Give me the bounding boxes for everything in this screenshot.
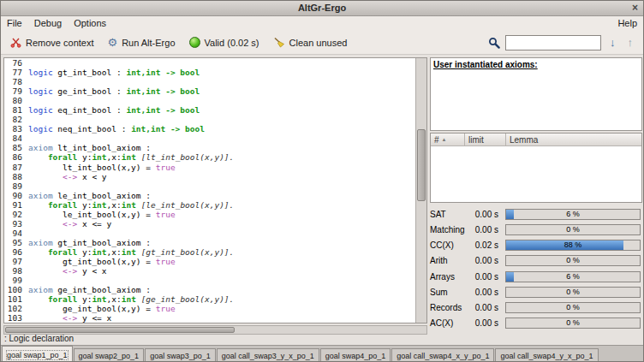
line-number: 92 <box>4 210 22 219</box>
code-text: logic neq_int_bool : int,int -> bool <box>28 124 205 134</box>
clean-unused-button[interactable]: Clean unused <box>269 35 352 50</box>
instantiated-axioms-panel[interactable]: User instantiated axioms: <box>430 57 642 131</box>
horizontal-scrollbar-thumb[interactable] <box>5 327 235 333</box>
stat-time: 0.00 s <box>471 225 505 234</box>
code-editor[interactable]: 7677logic gt_int_bool : int,int -> bool7… <box>3 57 427 323</box>
menu-file[interactable]: File <box>1 16 28 31</box>
run-gears-icon: ⚙ <box>107 37 117 48</box>
line-number: 87 <box>4 163 22 172</box>
stat-time: 0.00 s <box>471 318 505 328</box>
menu-help[interactable]: Help <box>611 16 643 31</box>
code-line: 94 <box>4 228 415 238</box>
stat-time: 0.00 s <box>471 288 505 297</box>
stat-percent-label: 6 % <box>506 272 640 282</box>
menubar: FileDebugOptionsHelp <box>1 16 643 31</box>
stat-label: Records <box>430 303 471 312</box>
code-line: 79logic ge_int_bool : int,int -> bool <box>4 86 415 96</box>
remove-context-button[interactable]: Remove context <box>6 35 98 50</box>
close-icon[interactable]: × <box>632 1 638 15</box>
stat-time: 0.00 s <box>471 303 505 312</box>
code-line: 103 <-> y <= x <box>4 313 415 323</box>
run-alt-ergo-button[interactable]: ⚙ Run Alt-Ergo <box>103 35 179 50</box>
line-number: 101 <box>4 294 22 304</box>
valid-green-ball-icon <box>189 37 200 48</box>
code-lines[interactable]: 7677logic gt_int_bool : int,int -> bool7… <box>4 58 415 323</box>
code-text: axiom le_int_bool_axiom : <box>28 191 151 200</box>
lemma-column-header-limit[interactable]: limit <box>465 134 506 146</box>
tab-goal-swap1_po_1[interactable]: goal swap1_po_1 <box>2 346 73 362</box>
search-input[interactable] <box>505 35 601 50</box>
code-text: logic ge_int_bool : int,int -> bool <box>28 86 200 96</box>
sort-ascending-icon: ▲ <box>442 137 447 142</box>
code-line: 93 <-> x <= y <box>4 219 415 228</box>
line-number: 96 <box>4 247 22 257</box>
goal-tabs: goal swap1_po_1goal swap2_po_1goal swap3… <box>1 345 643 362</box>
tab-goal-swap2_po_1[interactable]: goal swap2_po_1 <box>74 348 145 362</box>
line-number: 84 <box>4 134 22 143</box>
lemma-table-header: #▲limitLemma <box>431 134 641 146</box>
code-line: 78 <box>4 77 415 86</box>
line-number: 98 <box>4 266 22 276</box>
lemma-column-header-lemma[interactable]: Lemma <box>506 134 641 146</box>
stat-row: CC(X)0.02 s88 % <box>430 240 642 252</box>
code-line: 85axiom lt_int_bool_axiom : <box>4 143 415 152</box>
vertical-scrollbar[interactable] <box>415 58 426 323</box>
code-line: 95axiom gt_int_bool_axiom : <box>4 238 415 247</box>
menu-debug[interactable]: Debug <box>28 16 68 31</box>
code-line: 82 <box>4 115 415 124</box>
line-number: 85 <box>4 143 22 152</box>
axioms-panel-title: User instantiated axioms: <box>433 60 639 69</box>
stat-label: Arith <box>430 256 471 265</box>
stat-progressbar: 0 % <box>505 287 641 298</box>
code-line: 91 forall y:int,x:int [le_int_bool(x,y)]… <box>4 200 415 210</box>
search-next-button[interactable]: ↓ <box>606 36 619 49</box>
line-number: 81 <box>4 105 22 115</box>
code-line: 89 <box>4 181 415 191</box>
vertical-scrollbar-thumb[interactable] <box>417 129 426 200</box>
code-text: le_int_bool(x,y) = true <box>28 210 176 219</box>
stat-row: Arith0.00 s0 % <box>430 255 642 267</box>
code-line: 96 forall y:int,x:int [gt_int_bool(x,y)]… <box>4 247 415 257</box>
line-number: 95 <box>4 238 22 247</box>
stat-percent-label: 0 % <box>506 256 640 265</box>
line-number: 97 <box>4 257 22 266</box>
line-number: 93 <box>4 219 22 228</box>
tab-label: goal call_swap4_x_y_po_1 <box>397 352 489 360</box>
line-number: 99 <box>4 276 22 285</box>
scissors-icon <box>10 37 21 48</box>
titlebar[interactable]: AltGr-Ergo × <box>1 1 643 16</box>
stats-panel: SAT0.00 s6 %Matching0.00 s0 %CC(X)0.02 s… <box>430 208 642 329</box>
search-prev-button[interactable]: ↑ <box>624 36 637 49</box>
menu-options[interactable]: Options <box>68 16 112 31</box>
code-line: 80 <box>4 96 415 105</box>
stat-progressbar: 6 % <box>505 209 641 220</box>
line-number: 89 <box>4 181 22 191</box>
stat-percent-label: 0 % <box>506 225 640 234</box>
line-number: 78 <box>4 77 22 86</box>
stat-row: Records0.00 s0 % <box>430 302 642 314</box>
code-text: axiom ge_int_bool_axiom : <box>28 285 151 294</box>
stat-percent-label: 0 % <box>506 288 640 297</box>
stat-row: SAT0.00 s6 % <box>430 208 642 220</box>
stat-progressbar: 0 % <box>505 255 641 266</box>
clean-unused-label: Clean unused <box>289 38 348 48</box>
stat-row: Sum0.00 s0 % <box>430 286 642 298</box>
stat-percent-label: 0 % <box>506 303 640 312</box>
search-group: ↓ ↑ <box>488 35 638 50</box>
stat-progressbar: 6 % <box>505 271 641 282</box>
tab-goal-call_swap4_x_y_po_1[interactable]: goal call_swap4_x_y_po_1 <box>391 348 494 362</box>
line-number: 90 <box>4 191 22 200</box>
tab-goal-call_swap4_y_x_po_1[interactable]: goal call_swap4_y_x_po_1 <box>495 348 598 362</box>
stat-progressbar: 0 % <box>505 317 641 329</box>
line-number: 103 <box>4 313 22 323</box>
code-text: axiom lt_int_bool_axiom : <box>28 143 151 152</box>
code-line: 81logic eq_int_bool : int,int -> bool <box>4 105 415 115</box>
tab-goal-swap4_po_1[interactable]: goal swap4_po_1 <box>320 348 391 362</box>
stat-time: 0.02 s <box>471 240 505 250</box>
tab-goal-call_swap3_y_x_po_1[interactable]: goal call_swap3_y_x_po_1 <box>217 348 319 362</box>
valid-label: Valid (0.02 s) <box>205 38 259 48</box>
lemma-table[interactable]: #▲limitLemma <box>430 133 642 203</box>
tab-goal-swap3_po_1[interactable]: goal swap3_po_1 <box>145 348 216 362</box>
line-number: 79 <box>4 86 22 96</box>
lemma-column-header-num[interactable]: #▲ <box>431 134 465 146</box>
